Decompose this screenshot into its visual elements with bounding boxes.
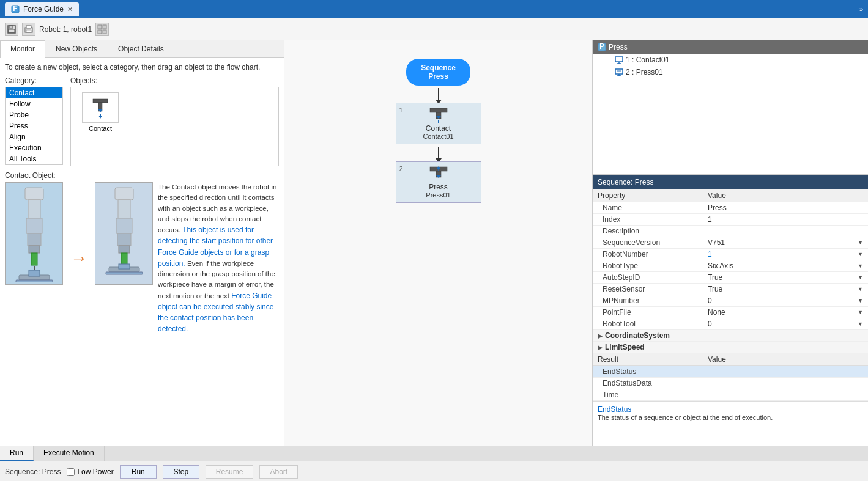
prop-row-name: Name Press	[593, 202, 868, 214]
category-item-all-tools[interactable]: All Tools	[6, 153, 62, 164]
seqver-dropdown-arrow[interactable]: ▼	[858, 240, 863, 246]
bottom-tab-run[interactable]: Run	[0, 446, 34, 461]
prop-mpnumber-value[interactable]: 0▼	[703, 295, 868, 307]
contact-desc-inner: →	[5, 182, 279, 335]
step-1-sublabel: Contact01	[423, 133, 453, 140]
prop-row-pointfile: PointFile None▼	[593, 307, 868, 318]
sequence-node[interactable]: Sequence Press	[406, 59, 470, 86]
flow-arrow-2	[438, 147, 439, 159]
contact-step-icon	[428, 107, 450, 124]
result-time-value[interactable]	[703, 389, 868, 401]
toolbar-print-icon[interactable]	[22, 23, 35, 36]
category-objects-row: Category: Contact Follow Probe Press Ali…	[5, 76, 279, 166]
category-section: Category: Contact Follow Probe Press Ali…	[5, 76, 63, 166]
category-item-press[interactable]: Press	[6, 120, 62, 131]
arrow-icon: →	[68, 182, 90, 335]
prop-row-description: Description	[593, 226, 868, 237]
object-card-contact[interactable]: Contact	[76, 92, 125, 132]
tab-monitor[interactable]: Monitor	[0, 40, 45, 58]
svg-rect-26	[16, 280, 53, 282]
prop-robotnum-value[interactable]: 1▼	[703, 249, 868, 260]
title-tab[interactable]: F Force Guide ✕	[5, 2, 79, 16]
svg-rect-51	[615, 69, 623, 74]
resetsensor-dropdown-arrow[interactable]: ▼	[858, 286, 863, 292]
low-power-checkbox[interactable]	[67, 468, 75, 476]
step-2-num: 2	[399, 165, 403, 172]
prop-limitspeed-label[interactable]: ▶LimitSpeed	[593, 342, 868, 353]
prop-mpnumber-label: MPNumber	[593, 295, 703, 307]
prop-robottype-value[interactable]: Six Axis▼	[703, 260, 868, 272]
flow-step-1[interactable]: 1 Contact Contact01	[396, 103, 481, 144]
svg-rect-17	[25, 188, 43, 200]
end-status-link[interactable]: EndStatus	[598, 405, 863, 414]
robotnum-dropdown-arrow[interactable]: ▼	[858, 251, 863, 257]
mpnumber-dropdown-arrow[interactable]: ▼	[858, 298, 863, 304]
prop-coordsys-label[interactable]: ▶CoordinateSystem	[593, 330, 868, 342]
prop-autostepid-value[interactable]: True▼	[703, 272, 868, 284]
prop-pointfile-value[interactable]: None▼	[703, 307, 868, 318]
pointfile-dropdown-arrow[interactable]: ▼	[858, 309, 863, 315]
prop-robottool-label: RobotTool	[593, 318, 703, 330]
abort-button[interactable]: Abort	[259, 465, 298, 479]
tab-object-details[interactable]: Object Details	[108, 40, 174, 57]
step-button[interactable]: Step	[163, 465, 199, 479]
tree-item-0[interactable]: 1 : Contact01	[605, 54, 868, 66]
run-button[interactable]: Run	[120, 465, 157, 479]
press-step-icon	[428, 166, 450, 183]
force-guide-icon: F	[11, 5, 20, 13]
category-item-align[interactable]: Align	[6, 131, 62, 142]
prop-desc-label: Description	[593, 226, 703, 237]
tab-new-objects[interactable]: New Objects	[45, 40, 108, 57]
scroll-right-icon[interactable]: »	[859, 6, 863, 13]
svg-rect-48	[615, 57, 623, 62]
category-item-probe[interactable]: Probe	[6, 109, 62, 120]
result-header-row: Result Value	[593, 353, 868, 366]
prop-seqver-value[interactable]: V751▼	[703, 237, 868, 249]
prop-resetsensor-label: ResetSensor	[593, 284, 703, 295]
svg-rect-3	[9, 26, 13, 28]
category-item-follow[interactable]: Follow	[6, 98, 62, 109]
prop-desc-value[interactable]	[703, 226, 868, 237]
result-endstatusdata-value[interactable]	[703, 378, 868, 389]
svg-rect-19	[26, 218, 42, 233]
contact-description-text: The Contact object moves the robot in th…	[158, 182, 279, 335]
prop-name-value[interactable]: Press	[703, 202, 868, 214]
result-row-endstatus[interactable]: EndStatus	[593, 366, 868, 378]
prop-row-seqver: SequenceVersion V751▼	[593, 237, 868, 249]
step-1-label: Contact	[426, 124, 451, 133]
resume-button[interactable]: Resume	[206, 465, 254, 479]
result-endstatus-label: EndStatus	[593, 366, 703, 378]
info-text: To create a new object, select a categor…	[5, 63, 279, 72]
prop-resetsensor-value[interactable]: True▼	[703, 284, 868, 295]
prop-row-limitspeed[interactable]: ▶LimitSpeed	[593, 342, 868, 353]
result-endstatus-value[interactable]	[703, 366, 868, 378]
tree-item-0-icon	[615, 56, 623, 64]
close-icon[interactable]: ✕	[67, 6, 73, 13]
svg-rect-21	[29, 246, 40, 253]
svg-rect-4	[9, 29, 15, 32]
category-item-execution[interactable]: Execution	[6, 142, 62, 153]
autostepid-dropdown-arrow[interactable]: ▼	[858, 274, 863, 281]
flow-step-2[interactable]: 2 Press Press01	[396, 161, 481, 203]
prop-index-value[interactable]: 1	[703, 214, 868, 226]
prop-robottool-value[interactable]: 0▼	[703, 318, 868, 330]
toolbar: Robot: 1, robot1	[0, 18, 868, 40]
toolbar-save-icon[interactable]	[5, 23, 18, 36]
result-row-endstatusdata: EndStatusData	[593, 378, 868, 389]
prop-pointfile-label: PointFile	[593, 307, 703, 318]
category-item-contact[interactable]: Contact	[6, 87, 62, 98]
flow-chart: Sequence Press 1 Contact Contact01	[396, 59, 481, 203]
prop-row-coordsys[interactable]: ▶CoordinateSystem	[593, 330, 868, 342]
tree-item-1-icon	[615, 68, 623, 76]
robot-label: Robot: 1, robot1	[39, 25, 92, 34]
coordsys-expand-icon[interactable]: ▶	[598, 332, 603, 339]
robottool-dropdown-arrow[interactable]: ▼	[858, 321, 863, 327]
toolbar-grid-icon[interactable]	[95, 23, 109, 36]
result-endstatusdata-label: EndStatusData	[593, 378, 703, 389]
tree-header: P Press	[593, 40, 868, 54]
robottype-dropdown-arrow[interactable]: ▼	[858, 263, 863, 269]
bottom-tab-execute-motion[interactable]: Execute Motion	[34, 446, 105, 461]
tree-item-1[interactable]: 2 : Press01	[605, 66, 868, 78]
limitspeed-expand-icon[interactable]: ▶	[598, 344, 603, 351]
svg-rect-9	[103, 25, 106, 29]
